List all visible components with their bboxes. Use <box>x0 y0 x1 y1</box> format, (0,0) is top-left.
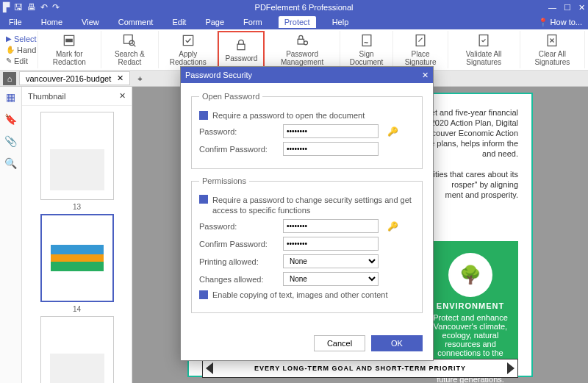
bookmarks-icon[interactable]: 🔖 <box>4 113 17 125</box>
perm-confirm-field[interactable] <box>283 237 379 251</box>
password-security-dialog: Password Security✕ Open Password Require… <box>180 66 434 361</box>
thumbnails-icon[interactable]: ▦ <box>6 91 15 103</box>
svg-point-8 <box>304 41 308 45</box>
ok-button[interactable]: OK <box>371 335 423 351</box>
tab-page[interactable]: Page <box>202 16 227 28</box>
clear-icon <box>545 33 559 48</box>
search-panel-icon[interactable]: 🔍 <box>4 157 17 169</box>
tab-file[interactable]: File <box>6 16 25 28</box>
tab-home[interactable]: Home <box>38 16 65 28</box>
thumbnail-page[interactable] <box>40 316 114 383</box>
close-icon[interactable]: ✕ <box>578 3 585 12</box>
dialog-title: Password Security <box>185 71 252 79</box>
password-button[interactable]: Password <box>218 31 265 68</box>
qat-save-icon[interactable]: 🖫 <box>14 2 23 12</box>
page-number: 14 <box>73 305 81 313</box>
permissions-legend: Permissions <box>199 176 249 185</box>
validate-signatures-button[interactable]: Validate All Signatures <box>448 31 520 68</box>
app-title: PDFelement 6 Professional <box>60 3 548 12</box>
svg-point-3 <box>129 40 135 46</box>
clear-signatures-button[interactable]: Clear All Signatures <box>520 31 585 68</box>
qat-undo-icon[interactable]: ↶ <box>40 2 48 12</box>
thumbnail-page[interactable] <box>40 112 114 200</box>
qat-redo-icon[interactable]: ↷ <box>52 2 60 12</box>
tool-select[interactable]: ▶ Select <box>6 35 35 43</box>
open-password-legend: Open Password <box>199 92 262 101</box>
search-redact-icon <box>122 33 137 48</box>
thumbnail-close-icon[interactable]: ✕ <box>119 91 126 101</box>
lock-icon <box>234 37 248 52</box>
svg-rect-9 <box>362 35 371 46</box>
changes-select[interactable]: None <box>283 272 379 286</box>
priority-banner: EVERY LONG-TERM GOAL AND SHORT-TERM PRIO… <box>202 359 518 378</box>
qat-print-icon[interactable]: 🖶 <box>27 2 36 12</box>
document-tab[interactable]: vancouver-2016-budget✕ <box>19 71 130 85</box>
tree-icon: 🌳 <box>448 253 492 297</box>
apply-redactions-button[interactable]: Apply Redactions <box>159 31 218 68</box>
open-confirm-field[interactable] <box>283 142 379 156</box>
thumbnail-page[interactable] <box>40 214 114 302</box>
tab-view[interactable]: View <box>79 16 102 28</box>
tab-help[interactable]: Help <box>329 16 352 28</box>
svg-rect-7 <box>298 39 304 44</box>
dialog-close-icon[interactable]: ✕ <box>422 71 429 80</box>
howto-link[interactable]: 📍 How to... <box>538 18 582 27</box>
mark-redaction-button[interactable]: Mark for Redaction <box>38 31 101 68</box>
svg-rect-6 <box>237 44 245 49</box>
svg-line-4 <box>134 45 136 47</box>
search-redact-button[interactable]: Search & Redact <box>101 31 159 68</box>
redaction-icon <box>62 33 76 48</box>
tab-close-icon[interactable]: ✕ <box>117 74 123 83</box>
tool-hand[interactable]: ✋ Hand <box>6 46 35 54</box>
thumbnail-title: Thumbnail <box>28 92 65 101</box>
svg-rect-2 <box>124 35 133 44</box>
page-number: 13 <box>73 203 81 211</box>
password-mgmt-icon <box>295 33 309 48</box>
key-icon[interactable]: 🔑 <box>387 126 398 137</box>
signature-icon <box>413 33 428 48</box>
tab-comment[interactable]: Comment <box>115 16 157 28</box>
environment-card: 🌳 ENVIRONMENT Protect and enhance Vancou… <box>423 241 518 373</box>
maximize-icon[interactable]: ☐ <box>564 3 571 12</box>
attachments-icon[interactable]: 📎 <box>4 135 17 147</box>
perm-require-checkbox[interactable] <box>199 195 208 204</box>
copy-checkbox[interactable] <box>199 290 208 299</box>
printing-select[interactable]: None <box>283 254 379 268</box>
sign-icon <box>359 33 374 48</box>
key-icon[interactable]: 🔑 <box>387 221 398 232</box>
svg-rect-1 <box>66 39 72 41</box>
validate-icon <box>476 33 491 48</box>
open-require-checkbox[interactable] <box>199 111 208 120</box>
tool-edit[interactable]: ✎ Edit <box>6 57 35 65</box>
svg-rect-5 <box>183 35 193 45</box>
tab-edit[interactable]: Edit <box>169 16 189 28</box>
password-management-button[interactable]: Password Management <box>265 31 340 68</box>
new-tab-icon[interactable]: + <box>133 74 146 83</box>
place-signature-button[interactable]: Place Signature <box>393 31 448 68</box>
tab-form[interactable]: Form <box>240 16 265 28</box>
doc-home-icon[interactable]: ⌂ <box>3 72 16 85</box>
perm-password-field[interactable] <box>283 219 379 233</box>
cancel-button[interactable]: Cancel <box>314 335 365 351</box>
open-password-field[interactable] <box>283 124 379 138</box>
minimize-icon[interactable]: — <box>548 3 556 12</box>
app-logo-icon: ▛ <box>3 2 10 12</box>
sign-document-button[interactable]: Sign Document <box>340 31 394 68</box>
tab-protect[interactable]: Protect <box>279 16 316 28</box>
apply-icon <box>181 33 196 48</box>
